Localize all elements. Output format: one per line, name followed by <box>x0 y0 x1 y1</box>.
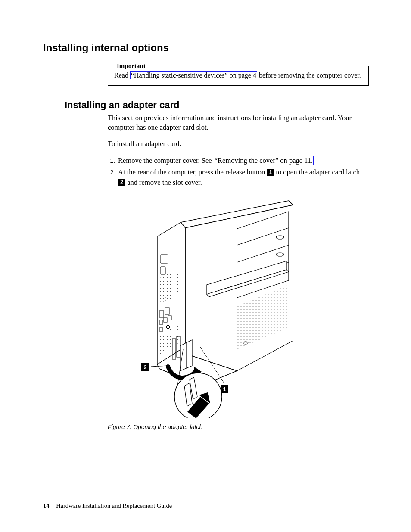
figure-label-1: 1 <box>223 386 226 392</box>
callout-number-1-icon: 1 <box>267 169 274 176</box>
important-callout: Important Read “Handling static-sensitiv… <box>108 66 369 86</box>
callout-number-2-icon: 2 <box>118 179 125 186</box>
step-2: At the rear of the computer, press the r… <box>117 167 369 187</box>
step-1-before: Remove the computer cover. See <box>118 156 214 165</box>
lead-in: To install an adapter card: <box>108 139 369 149</box>
svg-point-27 <box>276 253 284 256</box>
steps-list: Remove the computer cover. See “Removing… <box>108 156 369 187</box>
callout-text-before: Read <box>114 72 130 79</box>
body-content: This section provides information and in… <box>108 113 369 187</box>
page-number: 14 <box>43 502 50 509</box>
step-2-seg-0: At the rear of the computer, press the r… <box>118 168 267 176</box>
step-2-seg-2: to open the adapter card latch <box>274 168 360 176</box>
svg-marker-4 <box>181 222 185 354</box>
step-1-link[interactable]: “Removing the cover” on page 11. <box>214 156 314 165</box>
subsection-heading: Installing an adapter card <box>43 100 372 111</box>
callout-link[interactable]: “Handling static-sensitive devices” on p… <box>130 71 257 79</box>
callout-title: Important <box>114 62 148 70</box>
step-2-seg-4: and remove the slot cover. <box>125 178 202 187</box>
book-title: Hardware Installation and Replacement Gu… <box>56 502 172 509</box>
document-page: Installing internal options Important Re… <box>0 0 411 532</box>
figure-label-2: 2 <box>144 364 147 370</box>
computer-chassis-illustration-icon: 2 1 <box>108 194 314 418</box>
callout-text-after: before removing the computer cover. <box>257 72 361 79</box>
step-1: Remove the computer cover. See “Removing… <box>117 156 369 165</box>
figure-7: 2 1 Figure 7. Opening the adapter latch <box>108 194 372 430</box>
section-heading: Installing internal options <box>43 42 372 54</box>
figure-caption: Figure 7. Opening the adapter latch <box>108 423 372 430</box>
svg-point-26 <box>276 236 284 239</box>
intro-paragraph: This section provides information and in… <box>108 113 369 133</box>
page-footer: 14 Hardware Installation and Replacement… <box>43 502 172 510</box>
top-rule <box>43 39 372 39</box>
